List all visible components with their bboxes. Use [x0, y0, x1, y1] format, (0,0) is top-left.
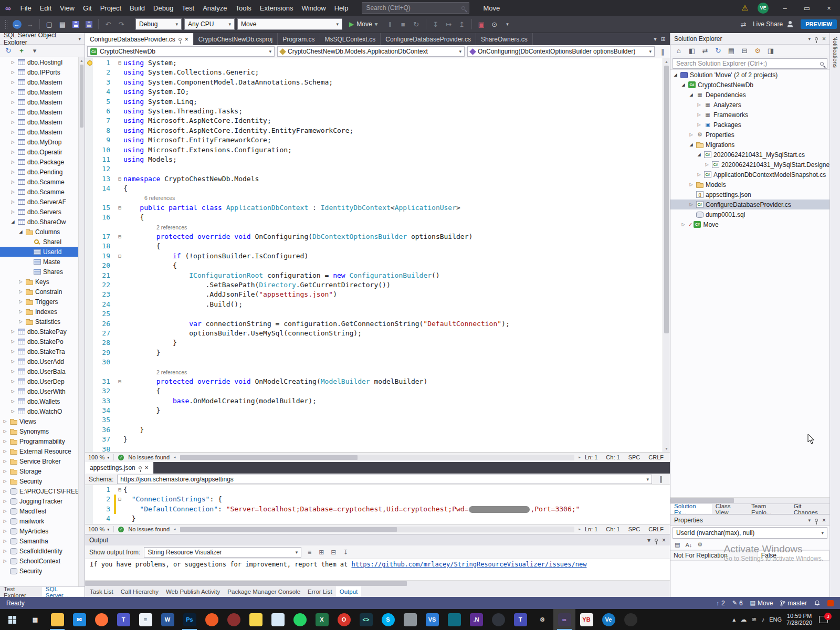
scrollbar-thumb[interactable]: [670, 498, 734, 503]
code-line[interactable]: 31⊟ protected override void OnModelCreat…: [85, 377, 663, 386]
pin-icon[interactable]: [655, 539, 658, 542]
editor-vertical-scrollbar[interactable]: ▲ ▼: [663, 58, 670, 452]
navigate-back-icon[interactable]: ←: [12, 19, 22, 29]
filter-icon[interactable]: ▾: [30, 47, 39, 55]
pin-icon[interactable]: [815, 37, 818, 40]
output-source-dropdown[interactable]: String Resource Visualizer▾: [144, 547, 301, 558]
expand-arrow-icon[interactable]: ▷: [2, 459, 8, 464]
toolbar-options-icon[interactable]: ▾: [502, 19, 513, 29]
taskbar-obs-icon[interactable]: [487, 609, 509, 630]
code-editor[interactable]: 1⊟using System;2using System.Collections…: [85, 58, 670, 452]
tree-item-shares[interactable]: Shares: [0, 267, 85, 277]
collapse-arrow-icon[interactable]: ◢: [10, 219, 16, 224]
sql-tree-scrollbar[interactable]: ▲: [78, 57, 85, 586]
save-all-icon[interactable]: [83, 19, 94, 29]
expand-arrow-icon[interactable]: ▷: [696, 122, 702, 127]
taskbar-teams-2-icon[interactable]: T: [509, 609, 531, 630]
expand-arrow-icon[interactable]: ▷: [704, 162, 710, 167]
code-line[interactable]: 2 references: [85, 223, 663, 232]
expand-arrow-icon[interactable]: ▷: [10, 180, 16, 184]
collapse-arrow-icon[interactable]: ◢: [688, 142, 694, 147]
fold-marker[interactable]: ⊟: [116, 174, 123, 184]
alphabetical-icon[interactable]: A↓: [685, 542, 692, 548]
quick-search[interactable]: Search (Ctrl+Q): [362, 2, 469, 14]
tree-item-samantha[interactable]: ▷Samantha: [0, 536, 85, 546]
tree-item-maste[interactable]: Maste: [0, 257, 85, 267]
refresh-icon[interactable]: ↻: [714, 47, 722, 55]
profiler-icon[interactable]: ▣: [476, 19, 487, 29]
taskbar-opera-icon[interactable]: O: [333, 609, 355, 630]
menu-tools[interactable]: Tools: [231, 0, 255, 16]
code-line[interactable]: 26 var connectionString = configuration.…: [85, 319, 663, 329]
toolbar-grip[interactable]: [5, 19, 7, 29]
code-line[interactable]: 32 {: [85, 386, 663, 396]
clear-all-icon[interactable]: ⊞: [317, 549, 326, 556]
show-all-files-icon[interactable]: ▤: [727, 47, 736, 55]
taskbar-app-window-icon[interactable]: [267, 609, 289, 630]
code-line[interactable]: 2⊟ "ConnectionStrings": {: [85, 495, 670, 504]
expand-arrow-icon[interactable]: ▷: [10, 329, 16, 334]
code-line[interactable]: 1⊟using System;: [85, 58, 663, 68]
tree-item-dbo-userwith[interactable]: ▷dbo.UserWith: [0, 386, 85, 396]
toggle-wrap-icon[interactable]: ⊟: [329, 549, 338, 556]
tree-item-models[interactable]: ▷Models: [670, 180, 830, 190]
tree-item-dump0001-sql[interactable]: dump0001.sql: [670, 209, 830, 219]
float-window-icon[interactable]: ⊞: [661, 36, 666, 43]
tree-item-dependencies[interactable]: ◢▦Dependencies: [670, 90, 830, 100]
lightbulb-icon[interactable]: [87, 60, 92, 66]
tree-item-dbo-pending[interactable]: ▷dbo.Pending: [0, 167, 85, 177]
expand-arrow-icon[interactable]: ▷: [2, 529, 8, 533]
redo-icon[interactable]: ↷: [116, 19, 127, 29]
solution-tree[interactable]: ◢Solution 'Move' (2 of 2 projects)◢C#Cry…: [670, 70, 830, 229]
undo-icon[interactable]: ↶: [103, 19, 113, 29]
expand-arrow-icon[interactable]: ▷: [2, 479, 8, 484]
tree-item-dbo-serveraf[interactable]: ▷dbo.ServerAF: [0, 197, 85, 207]
chevron-down-icon[interactable]: ▾: [647, 537, 650, 544]
sql-object-tree[interactable]: ▷dbo.HostingI▷dbo.IPPorts▷dbo.Mastern▷db…: [0, 57, 85, 586]
code-line[interactable]: 28 }: [85, 338, 663, 348]
taskbar-word-icon[interactable]: W: [156, 609, 178, 630]
code-line[interactable]: 11using Models;: [85, 155, 663, 164]
tree-item-triggers[interactable]: ▷Triggers: [0, 297, 85, 307]
properties-icon[interactable]: ⚙: [753, 47, 762, 55]
start-debugging-button[interactable]: ▶ Move▾: [345, 18, 382, 30]
startup-project-dropdown[interactable]: Move▾: [237, 18, 342, 30]
scrollbar-thumb[interactable]: [180, 455, 358, 460]
scroll-left-icon[interactable]: ◂: [174, 455, 176, 459]
tree-item-packages[interactable]: ▷▣Packages: [670, 120, 830, 130]
menu-help[interactable]: Help: [330, 0, 353, 16]
tree-item-dbo-staketra[interactable]: ▷dbo.StakeTra: [0, 346, 85, 356]
pause-icon[interactable]: ‖: [385, 19, 395, 29]
expand-arrow-icon[interactable]: ▷: [10, 170, 16, 174]
code-line[interactable]: 22 .SetBasePath(Directory.GetCurrentDire…: [85, 280, 663, 290]
expand-arrow-icon[interactable]: ▷: [10, 379, 16, 384]
tree-item-dbo-watcho[interactable]: ▷dbo.WatchO: [0, 406, 85, 416]
tree-item-dbo-package[interactable]: ▷dbo.Package: [0, 157, 85, 167]
solution-horizontal-scrollbar[interactable]: [670, 497, 830, 503]
output-horizontal-scrollbar[interactable]: [85, 580, 670, 586]
code-line[interactable]: 3 "DefaultConnection": "Server=localhost…: [85, 505, 670, 514]
tree-item-properties[interactable]: ▷⚙Properties: [670, 130, 830, 140]
share-person-icon[interactable]: [787, 21, 793, 27]
taskbar-teams-icon[interactable]: T: [112, 609, 134, 630]
panel-tab-output[interactable]: Output: [336, 586, 362, 597]
property-row[interactable]: Not For ReplicationFalse: [670, 550, 830, 561]
open-file-icon[interactable]: ▤: [57, 19, 68, 29]
tree-item-synonyms[interactable]: ▷Synonyms: [0, 426, 85, 436]
step-out-icon[interactable]: ↥: [457, 19, 467, 29]
expand-arrow-icon[interactable]: ▷: [10, 70, 16, 75]
panel-tab-package-manager-console[interactable]: Package Manager Console: [224, 586, 304, 597]
scroll-right-icon[interactable]: ▸: [579, 527, 581, 531]
properties-object-dropdown[interactable]: UserId (nvarchar(max), null)▾: [673, 527, 827, 539]
tree-item-dbo-mastern[interactable]: ▷dbo.Mastern: [0, 77, 85, 87]
taskbar-cyberduck-icon[interactable]: [245, 609, 267, 630]
tree-item-applicationdbcontextmodelsnapshot-cs[interactable]: ▷C#ApplicationDbContextModelSnapshot.cs: [670, 170, 830, 180]
collapse-arrow-icon[interactable]: ◢: [673, 72, 678, 77]
panel-tab-class-view[interactable]: Class View: [712, 504, 748, 514]
properties-header[interactable]: Properties ▾ ×: [670, 514, 830, 526]
step-over-icon[interactable]: ↦: [444, 19, 454, 29]
expand-arrow-icon[interactable]: ▷: [10, 120, 16, 124]
scroll-up-icon[interactable]: ▲: [79, 57, 85, 64]
taskbar-app-dark-icon[interactable]: [620, 609, 642, 630]
expand-arrow-icon[interactable]: ▷: [10, 349, 16, 354]
